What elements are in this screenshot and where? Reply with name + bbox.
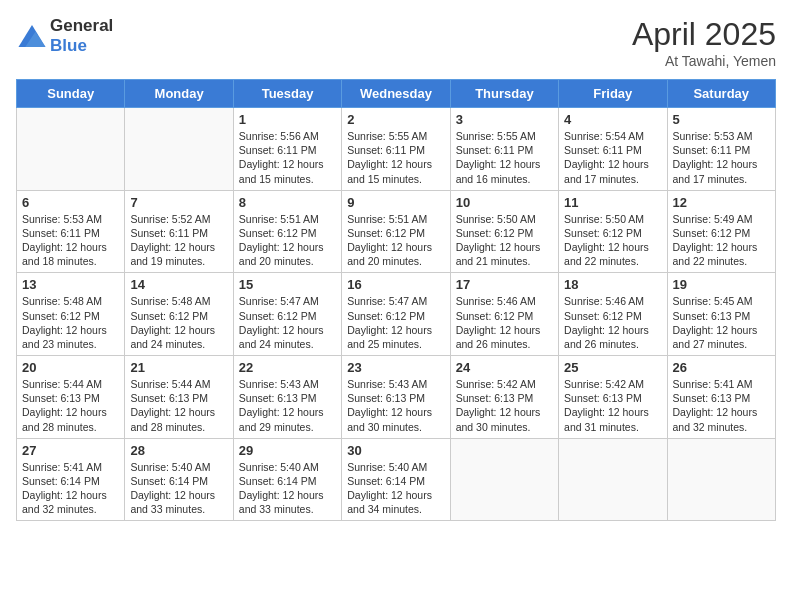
calendar-cell: 5Sunrise: 5:53 AM Sunset: 6:11 PM Daylig… (667, 108, 775, 191)
calendar-cell: 21Sunrise: 5:44 AM Sunset: 6:13 PM Dayli… (125, 356, 233, 439)
calendar-cell (667, 438, 775, 521)
day-number: 16 (347, 277, 444, 292)
calendar-cell: 28Sunrise: 5:40 AM Sunset: 6:14 PM Dayli… (125, 438, 233, 521)
day-info: Sunrise: 5:43 AM Sunset: 6:13 PM Dayligh… (239, 377, 336, 434)
day-info: Sunrise: 5:40 AM Sunset: 6:14 PM Dayligh… (239, 460, 336, 517)
calendar-week-1: 1Sunrise: 5:56 AM Sunset: 6:11 PM Daylig… (17, 108, 776, 191)
location-subtitle: At Tawahi, Yemen (632, 53, 776, 69)
calendar-header: SundayMondayTuesdayWednesdayThursdayFrid… (17, 80, 776, 108)
calendar-cell: 19Sunrise: 5:45 AM Sunset: 6:13 PM Dayli… (667, 273, 775, 356)
day-number: 29 (239, 443, 336, 458)
day-number: 3 (456, 112, 553, 127)
day-number: 8 (239, 195, 336, 210)
day-info: Sunrise: 5:46 AM Sunset: 6:12 PM Dayligh… (456, 294, 553, 351)
calendar-cell: 18Sunrise: 5:46 AM Sunset: 6:12 PM Dayli… (559, 273, 667, 356)
calendar-cell: 30Sunrise: 5:40 AM Sunset: 6:14 PM Dayli… (342, 438, 450, 521)
calendar-table: SundayMondayTuesdayWednesdayThursdayFrid… (16, 79, 776, 521)
calendar-cell: 9Sunrise: 5:51 AM Sunset: 6:12 PM Daylig… (342, 190, 450, 273)
calendar-cell: 6Sunrise: 5:53 AM Sunset: 6:11 PM Daylig… (17, 190, 125, 273)
day-info: Sunrise: 5:54 AM Sunset: 6:11 PM Dayligh… (564, 129, 661, 186)
day-number: 2 (347, 112, 444, 127)
day-number: 13 (22, 277, 119, 292)
day-info: Sunrise: 5:50 AM Sunset: 6:12 PM Dayligh… (564, 212, 661, 269)
day-number: 25 (564, 360, 661, 375)
day-info: Sunrise: 5:50 AM Sunset: 6:12 PM Dayligh… (456, 212, 553, 269)
calendar-cell: 14Sunrise: 5:48 AM Sunset: 6:12 PM Dayli… (125, 273, 233, 356)
calendar-week-3: 13Sunrise: 5:48 AM Sunset: 6:12 PM Dayli… (17, 273, 776, 356)
day-header-saturday: Saturday (667, 80, 775, 108)
day-header-sunday: Sunday (17, 80, 125, 108)
day-number: 21 (130, 360, 227, 375)
day-info: Sunrise: 5:55 AM Sunset: 6:11 PM Dayligh… (347, 129, 444, 186)
calendar-cell: 11Sunrise: 5:50 AM Sunset: 6:12 PM Dayli… (559, 190, 667, 273)
calendar-week-4: 20Sunrise: 5:44 AM Sunset: 6:13 PM Dayli… (17, 356, 776, 439)
calendar-cell: 2Sunrise: 5:55 AM Sunset: 6:11 PM Daylig… (342, 108, 450, 191)
day-info: Sunrise: 5:40 AM Sunset: 6:14 PM Dayligh… (130, 460, 227, 517)
day-info: Sunrise: 5:41 AM Sunset: 6:13 PM Dayligh… (673, 377, 770, 434)
day-info: Sunrise: 5:48 AM Sunset: 6:12 PM Dayligh… (130, 294, 227, 351)
day-info: Sunrise: 5:45 AM Sunset: 6:13 PM Dayligh… (673, 294, 770, 351)
day-number: 9 (347, 195, 444, 210)
day-info: Sunrise: 5:47 AM Sunset: 6:12 PM Dayligh… (239, 294, 336, 351)
calendar-cell: 27Sunrise: 5:41 AM Sunset: 6:14 PM Dayli… (17, 438, 125, 521)
calendar-cell: 29Sunrise: 5:40 AM Sunset: 6:14 PM Dayli… (233, 438, 341, 521)
day-header-thursday: Thursday (450, 80, 558, 108)
calendar-cell: 26Sunrise: 5:41 AM Sunset: 6:13 PM Dayli… (667, 356, 775, 439)
logo-general: General (50, 16, 113, 35)
day-number: 1 (239, 112, 336, 127)
day-info: Sunrise: 5:41 AM Sunset: 6:14 PM Dayligh… (22, 460, 119, 517)
day-header-tuesday: Tuesday (233, 80, 341, 108)
day-number: 11 (564, 195, 661, 210)
day-info: Sunrise: 5:53 AM Sunset: 6:11 PM Dayligh… (22, 212, 119, 269)
day-info: Sunrise: 5:46 AM Sunset: 6:12 PM Dayligh… (564, 294, 661, 351)
day-number: 26 (673, 360, 770, 375)
day-number: 19 (673, 277, 770, 292)
calendar-cell: 8Sunrise: 5:51 AM Sunset: 6:12 PM Daylig… (233, 190, 341, 273)
day-number: 12 (673, 195, 770, 210)
day-number: 30 (347, 443, 444, 458)
day-number: 24 (456, 360, 553, 375)
calendar-cell: 15Sunrise: 5:47 AM Sunset: 6:12 PM Dayli… (233, 273, 341, 356)
day-number: 23 (347, 360, 444, 375)
day-number: 27 (22, 443, 119, 458)
day-info: Sunrise: 5:51 AM Sunset: 6:12 PM Dayligh… (239, 212, 336, 269)
day-info: Sunrise: 5:48 AM Sunset: 6:12 PM Dayligh… (22, 294, 119, 351)
day-number: 6 (22, 195, 119, 210)
calendar-cell: 24Sunrise: 5:42 AM Sunset: 6:13 PM Dayli… (450, 356, 558, 439)
day-info: Sunrise: 5:55 AM Sunset: 6:11 PM Dayligh… (456, 129, 553, 186)
day-info: Sunrise: 5:53 AM Sunset: 6:11 PM Dayligh… (673, 129, 770, 186)
calendar-body: 1Sunrise: 5:56 AM Sunset: 6:11 PM Daylig… (17, 108, 776, 521)
logo-blue: Blue (50, 36, 87, 55)
day-info: Sunrise: 5:44 AM Sunset: 6:13 PM Dayligh… (22, 377, 119, 434)
logo: General Blue (16, 16, 113, 56)
calendar-cell: 20Sunrise: 5:44 AM Sunset: 6:13 PM Dayli… (17, 356, 125, 439)
day-header-wednesday: Wednesday (342, 80, 450, 108)
day-info: Sunrise: 5:40 AM Sunset: 6:14 PM Dayligh… (347, 460, 444, 517)
calendar-cell: 4Sunrise: 5:54 AM Sunset: 6:11 PM Daylig… (559, 108, 667, 191)
day-number: 15 (239, 277, 336, 292)
day-number: 17 (456, 277, 553, 292)
day-info: Sunrise: 5:42 AM Sunset: 6:13 PM Dayligh… (564, 377, 661, 434)
day-number: 28 (130, 443, 227, 458)
day-number: 10 (456, 195, 553, 210)
day-header-friday: Friday (559, 80, 667, 108)
calendar-cell: 13Sunrise: 5:48 AM Sunset: 6:12 PM Dayli… (17, 273, 125, 356)
calendar-cell: 17Sunrise: 5:46 AM Sunset: 6:12 PM Dayli… (450, 273, 558, 356)
page-header: General Blue April 2025 At Tawahi, Yemen (16, 16, 776, 69)
logo-icon (18, 25, 46, 47)
calendar-cell (559, 438, 667, 521)
day-info: Sunrise: 5:56 AM Sunset: 6:11 PM Dayligh… (239, 129, 336, 186)
calendar-cell: 12Sunrise: 5:49 AM Sunset: 6:12 PM Dayli… (667, 190, 775, 273)
calendar-cell: 7Sunrise: 5:52 AM Sunset: 6:11 PM Daylig… (125, 190, 233, 273)
calendar-cell (125, 108, 233, 191)
day-number: 7 (130, 195, 227, 210)
day-info: Sunrise: 5:43 AM Sunset: 6:13 PM Dayligh… (347, 377, 444, 434)
day-number: 20 (22, 360, 119, 375)
day-number: 4 (564, 112, 661, 127)
day-info: Sunrise: 5:47 AM Sunset: 6:12 PM Dayligh… (347, 294, 444, 351)
day-info: Sunrise: 5:51 AM Sunset: 6:12 PM Dayligh… (347, 212, 444, 269)
calendar-cell: 10Sunrise: 5:50 AM Sunset: 6:12 PM Dayli… (450, 190, 558, 273)
calendar-cell (17, 108, 125, 191)
day-header-monday: Monday (125, 80, 233, 108)
day-info: Sunrise: 5:52 AM Sunset: 6:11 PM Dayligh… (130, 212, 227, 269)
